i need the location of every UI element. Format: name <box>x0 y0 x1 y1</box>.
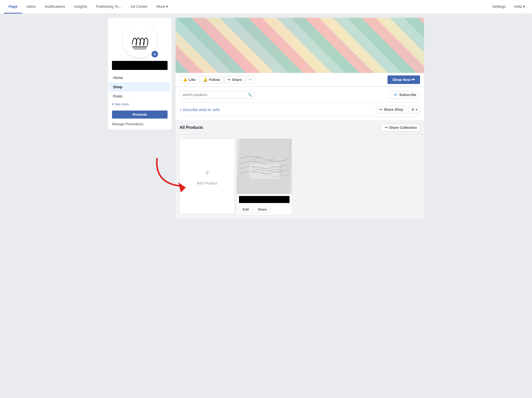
all-products-header: All Products ↪ Share Collection <box>176 121 424 135</box>
product-card[interactable]: Edit Share <box>237 139 292 215</box>
chevron-down-icon: ▾ <box>416 108 417 112</box>
add-product-card[interactable]: + Add Product <box>180 139 235 214</box>
sidebar-item-home[interactable]: Home <box>109 73 171 82</box>
search-input[interactable] <box>182 93 246 97</box>
nav-item-publishing[interactable]: Publishing To... <box>92 0 126 14</box>
product-image <box>237 139 292 194</box>
product-image-svg <box>239 139 289 194</box>
svg-rect-5 <box>249 164 279 179</box>
shop-now-button[interactable]: Shop Now ✏ <box>387 75 420 84</box>
cover-photo <box>176 18 424 73</box>
share-icon: ↪ <box>227 78 230 82</box>
page-container: + Home Shop Posts ▾ See more Promote Man… <box>108 14 424 223</box>
share-shop-icon: ↪ <box>379 108 382 112</box>
shop-area: 🔍 📧 Subscribe + Describe what Kr sells ↪… <box>176 87 424 121</box>
nav-item-inbox[interactable]: Inbox <box>22 0 40 14</box>
nav-item-more[interactable]: More ▾ <box>152 0 173 14</box>
promote-button[interactable]: Promote <box>112 111 168 119</box>
shop-settings-button[interactable]: ⚙ ▾ <box>409 106 420 113</box>
subscribe-button[interactable]: 📧 Subscribe <box>390 91 420 98</box>
all-products-section: All Products ↪ Share Collection + <box>176 121 424 219</box>
avatar-wrapper: + <box>108 18 172 61</box>
product-edit-button[interactable]: Edit <box>239 206 253 213</box>
more-actions-button[interactable]: ··· <box>246 76 254 83</box>
action-bar: 👍 Like 🔔 Follow ↪ Share ··· Shop Now ✏ <box>176 73 424 87</box>
sidebar-nav: Home Shop Posts ▾ See more <box>108 72 172 109</box>
share-button[interactable]: ↪ Share <box>224 76 245 83</box>
product-actions: Edit Share <box>237 204 292 215</box>
cover-stripe <box>176 18 424 73</box>
share-shop-button[interactable]: ↪ Share Shop <box>376 106 407 113</box>
describe-sells-link[interactable]: sells <box>212 108 220 112</box>
nav-item-help[interactable]: Help ▾ <box>511 4 528 10</box>
add-product-wrapper: + Add Product <box>180 139 235 215</box>
product-share-button[interactable]: Share <box>254 206 271 213</box>
profile-section: + Home Shop Posts ▾ See more Promote Man… <box>108 18 172 130</box>
share-collection-button[interactable]: ↪ Share Collection <box>381 124 420 131</box>
see-more-link[interactable]: ▾ See more <box>108 101 172 108</box>
page-name-bar <box>112 61 168 70</box>
add-product-label: Add Product <box>197 181 218 185</box>
nav-item-insights[interactable]: Insights <box>70 0 92 14</box>
follow-button[interactable]: 🔔 Follow <box>200 76 223 83</box>
share-collection-icon: ↪ <box>385 126 388 130</box>
manage-promotions-link[interactable]: Manage Promotions <box>108 121 172 128</box>
sidebar-item-posts[interactable]: Posts <box>109 91 171 101</box>
nav-left: Page Inbox Notifications Insights Publis… <box>4 0 173 14</box>
add-product-plus-icon: + <box>204 167 210 178</box>
nav-item-page[interactable]: Page <box>4 0 22 14</box>
subscribe-icon: 📧 <box>393 93 398 97</box>
nav-item-settings[interactable]: Settings <box>489 4 509 9</box>
product-name-bar <box>239 196 290 203</box>
bell-icon: 🔔 <box>203 78 207 82</box>
search-input-wrap: 🔍 <box>180 91 255 98</box>
product-image-inner <box>237 139 292 194</box>
describe-row: + Describe what Kr sells ↪ Share Shop ⚙ … <box>180 103 420 117</box>
nav-item-notifications[interactable]: Notifications <box>40 0 70 14</box>
search-icon[interactable]: 🔍 <box>248 93 252 97</box>
avatar-add-button[interactable]: + <box>151 50 159 58</box>
gear-icon: ⚙ <box>411 108 415 112</box>
sidebar-item-shop[interactable]: Shop <box>109 82 171 91</box>
sidebar: + Home Shop Posts ▾ See more Promote Man… <box>108 18 172 219</box>
nav-right: Settings Help ▾ <box>489 0 528 14</box>
describe-link[interactable]: + Describe what Kr <box>180 108 211 112</box>
main-content: 👍 Like 🔔 Follow ↪ Share ··· Shop Now ✏ 🔍 <box>176 18 424 219</box>
search-row: 🔍 📧 Subscribe <box>180 91 420 98</box>
all-products-title: All Products <box>180 125 381 130</box>
describe-right: ↪ Share Shop ⚙ ▾ <box>376 106 420 113</box>
products-grid: + Add Product <box>176 135 424 219</box>
avatar-logo-svg <box>127 28 152 53</box>
like-button[interactable]: 👍 Like <box>180 76 199 83</box>
top-navigation: Page Inbox Notifications Insights Publis… <box>0 0 532 14</box>
thumbs-up-icon: 👍 <box>183 78 187 82</box>
nav-item-adcenter[interactable]: Ad Center <box>126 0 152 14</box>
chevron-down-icon: ▾ <box>112 102 114 106</box>
